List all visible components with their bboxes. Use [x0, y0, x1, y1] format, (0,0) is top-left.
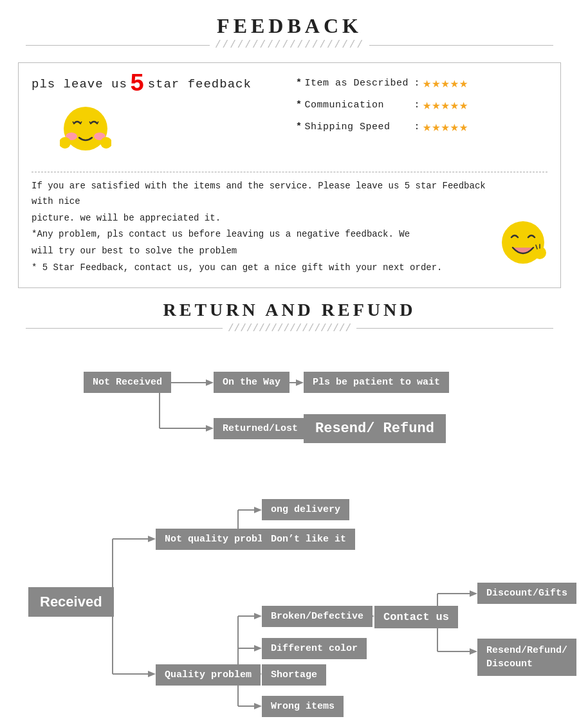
feedback-body: If you are satisfied with the items and …	[32, 179, 486, 277]
feedback-slogan: pls leave us5star feedback	[32, 72, 252, 96]
svg-marker-30	[254, 507, 262, 513]
slogan-post: star feedback	[148, 77, 252, 91]
svg-marker-27	[148, 671, 156, 677]
quality-box: Quality problem	[156, 664, 261, 686]
zigzag-refund: ////////////////////	[228, 323, 351, 334]
refund-header: RETURN AND REFUND ////////////////////	[0, 300, 579, 334]
svg-marker-17	[206, 425, 214, 432]
feedback-right: * Item as Described : ★★★★★ * Communicat…	[283, 72, 547, 140]
star-row-shipping: * Shipping Speed : ★★★★★	[296, 118, 547, 136]
shipping-label: Shipping Speed	[305, 122, 414, 132]
received-diagram: Received Not quality problem Quality pro…	[19, 475, 560, 728]
not-received-section: Not Received On the Way Pls be patient t…	[19, 346, 560, 462]
happy-emoji	[60, 104, 111, 165]
received-box: Received	[28, 587, 114, 617]
communication-stars: ★★★★★	[423, 96, 468, 114]
svg-marker-19	[296, 379, 304, 386]
svg-marker-24	[148, 536, 156, 542]
contact-us-box: Contact us	[374, 606, 458, 628]
item-described-label: Item as Described	[305, 78, 414, 89]
feedback-top: pls leave us5star feedback	[32, 72, 547, 165]
svg-marker-38	[254, 645, 262, 651]
zigzag-decoration: ////////////////////	[215, 39, 364, 51]
body-line5: * 5 Star Feedback, contact us, you can g…	[32, 260, 486, 276]
svg-marker-43	[254, 703, 262, 709]
not-received-diagram: Not Received On the Way Pls be patient t…	[19, 346, 560, 462]
feedback-box: pls leave us5star feedback	[18, 62, 561, 288]
communication-label: Communication	[305, 100, 414, 111]
happy-emoji2	[499, 218, 547, 277]
svg-marker-51	[470, 648, 477, 655]
dont-like-box: Don’t like it	[262, 529, 355, 550]
long-delivery-box: ong delivery	[262, 499, 349, 520]
broken-box: Broken/Defective	[262, 606, 372, 627]
pls-be-patient-box: Pls be patient to wait	[304, 372, 449, 393]
svg-marker-35	[254, 613, 262, 619]
discount-gifts-box: Discount/Gifts	[477, 583, 576, 604]
body-line4: will try our best to solve the problem	[32, 244, 486, 259]
shortage-box: Shortage	[262, 664, 326, 686]
dotted-divider	[32, 172, 547, 172]
different-color-box: Different color	[262, 638, 367, 659]
feedback-bottom-row: If you are satisfied with the items and …	[32, 179, 547, 277]
svg-marker-48	[470, 590, 477, 597]
received-section: Received Not quality problem Quality pro…	[19, 475, 560, 728]
refund-title: RETURN AND REFUND	[0, 300, 579, 320]
big-five: 5	[130, 70, 145, 98]
slogan-pre: pls leave us	[32, 77, 127, 91]
feedback-header: FEEDBACK ////////////////////	[0, 0, 579, 53]
shipping-stars: ★★★★★	[423, 118, 468, 136]
wrong-items-box: Wrong items	[262, 696, 344, 717]
star-row-item: * Item as Described : ★★★★★	[296, 75, 547, 92]
resend-refund-discount-box: Resend/Refund/Discount	[477, 639, 576, 676]
returned-lost-box: Returned/Lost	[214, 418, 307, 439]
body-line1: If you are satisfied with the items and …	[32, 179, 486, 210]
item-described-stars: ★★★★★	[423, 75, 468, 92]
resend-refund-box: Resend/ Refund	[304, 414, 446, 443]
svg-marker-14	[206, 379, 214, 386]
body-line3: *Any problem, pls contact us before leav…	[32, 227, 486, 242]
body-line2: picture. we will be appreciated it.	[32, 211, 486, 226]
on-the-way-box: On the Way	[214, 372, 290, 393]
feedback-left: pls leave us5star feedback	[32, 72, 283, 165]
feedback-title: FEEDBACK	[0, 14, 579, 38]
star-row-communication: * Communication : ★★★★★	[296, 96, 547, 114]
not-received-box: Not Received	[84, 372, 171, 393]
